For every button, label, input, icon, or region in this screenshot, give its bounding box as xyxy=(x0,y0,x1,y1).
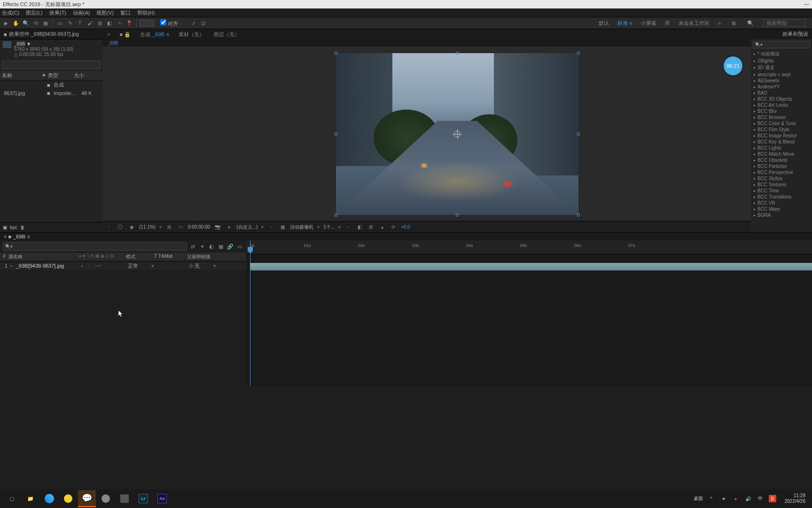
tl-opt4-icon[interactable]: ▦ xyxy=(217,243,225,250)
snap-opt2-icon[interactable]: ⊡ xyxy=(199,19,207,27)
handle-icon[interactable] xyxy=(456,52,459,55)
project-row[interactable]: ■ 合成 xyxy=(0,80,102,89)
playhead[interactable] xyxy=(250,240,250,386)
lightroom-icon[interactable]: Lr xyxy=(134,490,152,507)
volume-icon[interactable]: 🔊 xyxy=(744,495,752,502)
zoom-dropdown[interactable]: (11.1%) xyxy=(139,224,156,230)
handle-icon[interactable] xyxy=(335,133,337,135)
effect-category[interactable]: BCC Color & Tone xyxy=(751,120,812,127)
camera-dropdown[interactable]: 活动摄像机 xyxy=(290,224,313,230)
chevron-up-icon[interactable]: ^ xyxy=(708,495,715,502)
effect-category[interactable]: BCC Warp xyxy=(751,206,812,212)
comp-name[interactable]: _69B ▼ xyxy=(14,41,73,47)
ws-standard[interactable]: 标准 ≡ xyxy=(617,20,632,27)
handle-icon[interactable] xyxy=(577,214,580,216)
effect-category[interactable]: BCC Time xyxy=(751,188,812,194)
ws-small[interactable]: 小屏幕 xyxy=(641,20,656,27)
clone-tool-icon[interactable]: ⊞ xyxy=(95,19,104,27)
menu-layer[interactable]: 图层(L) xyxy=(26,9,42,16)
timeline-search-input[interactable]: 🔍▾ xyxy=(3,242,187,251)
timeline-tracks[interactable]: 0s01s02s03s04s05s06s07s xyxy=(246,240,812,386)
handle-icon[interactable] xyxy=(456,214,459,216)
effect-category[interactable]: BCC Perspective xyxy=(751,169,812,175)
tl-opt2-icon[interactable]: ✦ xyxy=(198,243,206,250)
transparency-icon[interactable]: ▦ xyxy=(279,223,286,231)
search-icon[interactable]: 🔍 xyxy=(746,19,755,27)
effect-category[interactable]: BCC Browser xyxy=(751,114,812,120)
col-name[interactable]: 名称 xyxy=(0,72,42,79)
aftereffects-icon[interactable]: Ae xyxy=(153,490,171,507)
effect-category[interactable]: BCC Image Restor xyxy=(751,133,812,139)
effect-category[interactable]: BCC Transitions xyxy=(751,194,812,200)
app3-icon[interactable] xyxy=(116,490,133,507)
view-opt1-icon[interactable]: ▫ xyxy=(344,223,352,231)
channel-icon[interactable]: ● xyxy=(225,223,233,231)
folder-icon[interactable]: ▣ xyxy=(3,225,7,230)
effect-category[interactable]: BCC Film Style xyxy=(751,127,812,133)
effect-category[interactable]: BCC Textures xyxy=(751,182,812,188)
magnify-icon[interactable]: ▫ xyxy=(105,223,113,231)
anchor-point-icon[interactable] xyxy=(454,131,461,137)
browser-icon[interactable] xyxy=(40,490,58,507)
timeline-tab[interactable]: × ■ _69B ≡ xyxy=(0,233,812,240)
minimize-icon[interactable]: — xyxy=(804,1,809,8)
effect-category[interactable]: BCC Match Move xyxy=(751,151,812,157)
tray-icon[interactable]: ● xyxy=(732,495,740,502)
safe-icon[interactable]: ▭ xyxy=(177,223,184,231)
brush-tool-icon[interactable]: 🖌 xyxy=(86,19,94,27)
menu-effect[interactable]: 效果(T) xyxy=(49,9,66,16)
rotate-tool-icon[interactable]: ⟲ xyxy=(31,19,40,27)
menu-view[interactable]: 视图(V) xyxy=(96,9,114,16)
snap-checkbox[interactable] xyxy=(160,19,166,25)
rect-tool-icon[interactable]: ▭ xyxy=(56,19,64,27)
effects-tab[interactable]: 效果和预设 xyxy=(751,29,812,39)
time-ruler[interactable]: 0s01s02s03s04s05s06s07s xyxy=(246,240,812,254)
tl-col-num[interactable]: # xyxy=(0,254,8,260)
effects-search-input[interactable]: 🔍▾ xyxy=(753,41,810,48)
snap-opt1-icon[interactable]: ⤢ xyxy=(189,19,197,27)
puppet-tool-icon[interactable]: 📍 xyxy=(125,19,133,27)
effect-category[interactable]: BCC VR xyxy=(751,200,812,206)
stroke-swatch-icon[interactable] xyxy=(148,20,154,26)
effect-category[interactable]: 19lights xyxy=(751,58,812,64)
effect-category[interactable]: AESweets xyxy=(751,78,812,84)
display-icon[interactable]: 🖵 xyxy=(117,223,124,231)
effect-category[interactable]: BCC Blur xyxy=(751,108,812,114)
text-tool-icon[interactable]: T xyxy=(76,19,84,27)
effect-category[interactable]: BCC Obsolete xyxy=(751,157,812,163)
project-row[interactable]: 9637].jpg ■ Importe... 48 K xyxy=(0,89,102,97)
handle-icon[interactable] xyxy=(335,214,337,216)
col-size[interactable]: 大小 xyxy=(74,72,93,79)
explorer-icon[interactable]: 📁 xyxy=(22,490,39,507)
layer-tab[interactable]: 图层（无） xyxy=(209,30,244,40)
menu-comp[interactable]: 合成(C) xyxy=(2,9,19,16)
ws-lib[interactable]: 库 xyxy=(665,20,670,27)
effect-category[interactable]: BCC Art Looks xyxy=(751,102,812,108)
res-dropdown[interactable]: (自定义...) xyxy=(236,224,258,230)
res-icon[interactable]: ⊞ xyxy=(165,223,173,231)
tl-col-mode[interactable]: 模式 xyxy=(126,254,154,260)
effect-category[interactable]: * 动画预设 xyxy=(751,50,812,58)
layer-mode[interactable]: 正常 xyxy=(128,262,151,270)
comp-subtab[interactable]: _69B xyxy=(102,40,812,47)
tl-col-parent[interactable]: 父级和链接 xyxy=(187,254,225,260)
effect-controls-tab[interactable]: ■ 效果控件 _69B[9438-9637].jpg xyxy=(0,29,102,40)
zoom-tool-icon[interactable]: 🔍 xyxy=(22,19,30,27)
app1-icon[interactable] xyxy=(59,490,77,507)
wechat-icon[interactable]: 💬 xyxy=(78,490,96,507)
effect-category[interactable]: BAO xyxy=(751,90,812,96)
effect-category[interactable]: BGRA xyxy=(751,212,812,218)
comp-tab-lock-icon[interactable]: ■ 🔒 xyxy=(115,30,135,39)
view-dropdown[interactable]: 1个... xyxy=(323,224,335,230)
ime2-icon[interactable]: S xyxy=(769,495,776,502)
eraser-tool-icon[interactable]: ◧ xyxy=(105,19,114,27)
footage-tab[interactable]: 素材（无） xyxy=(174,30,209,40)
handle-icon[interactable] xyxy=(577,133,580,135)
tl-opt3-icon[interactable]: ◐ xyxy=(208,243,215,250)
app2-icon[interactable] xyxy=(97,490,115,507)
project-search-input[interactable] xyxy=(2,61,101,69)
ws-unnamed[interactable]: 未命名工作区 xyxy=(679,20,710,27)
effect-category[interactable]: BCC Lights xyxy=(751,145,812,151)
exposure[interactable]: +0.0 xyxy=(401,224,410,230)
tl-opt5-icon[interactable]: 🔗 xyxy=(226,243,234,250)
